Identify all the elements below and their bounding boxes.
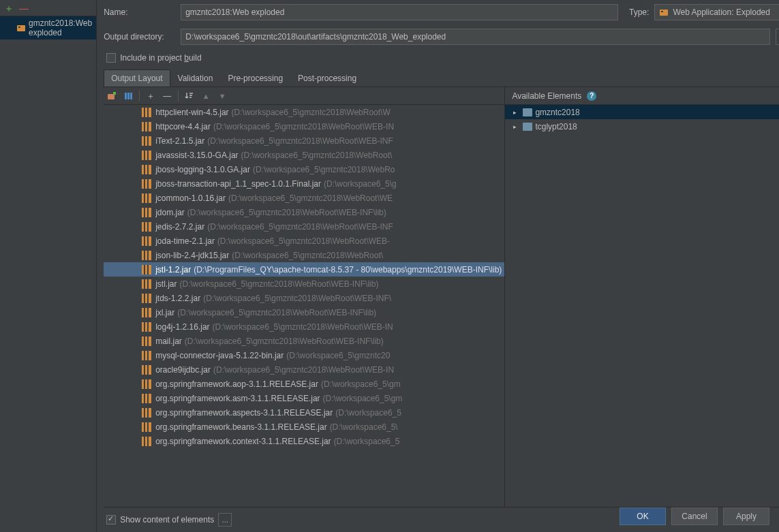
add-artifact-icon[interactable]: ＋ xyxy=(4,3,14,13)
artifact-web-icon xyxy=(659,7,669,17)
jar-name: org.springframework.aop-3.1.1.RELEASE.ja… xyxy=(155,379,318,389)
jar-icon xyxy=(142,179,151,189)
jar-item[interactable]: json-lib-2.4-jdk15.jar(D:\workspace6_5\g… xyxy=(104,248,504,262)
jar-item[interactable]: joda-time-2.1.jar(D:\workspace6_5\gmzntc… xyxy=(104,234,504,248)
jar-name: jcommon-1.0.16.jar xyxy=(155,193,226,203)
jar-item[interactable]: jstl.jar(D:\workspace6_5\gmzntc2018\WebR… xyxy=(104,277,504,291)
jar-item[interactable]: org.springframework.asm-3.1.1.RELEASE.ja… xyxy=(104,391,504,405)
name-input[interactable] xyxy=(181,4,618,20)
expand-icon[interactable]: ▸ xyxy=(513,109,520,116)
jar-name: jtds-1.2.2.jar xyxy=(155,294,200,303)
svg-rect-3 xyxy=(661,11,663,12)
jar-path: (D:\workspace6_5\gmzntc2018\WebRoot\WEB-… xyxy=(203,294,391,303)
artifact-item[interactable]: gmzntc2018:Web exploded xyxy=(0,16,96,40)
jar-item[interactable]: jedis-2.7.2.jar(D:\workspace6_5\gmzntc20… xyxy=(104,219,504,234)
jar-icon xyxy=(142,136,151,146)
jar-name: javassist-3.15.0-GA.jar xyxy=(155,151,238,160)
jar-name: httpcore-4.4.jar xyxy=(155,122,211,131)
remove-artifact-icon[interactable]: — xyxy=(19,3,29,13)
artifact-web-icon xyxy=(16,23,26,33)
jar-item[interactable]: javassist-3.15.0-GA.jar(D:\workspace6_5\… xyxy=(104,148,504,162)
show-content-options-button[interactable]: … xyxy=(218,513,232,527)
output-dir-input[interactable] xyxy=(181,29,770,45)
jar-item[interactable]: httpcore-4.4.jar(D:\workspace6_5\gmzntc2… xyxy=(104,119,504,134)
jar-path: (D:\workspace6_5\g xyxy=(324,179,397,189)
jar-name: jstl.jar xyxy=(155,279,177,289)
jar-item[interactable]: jboss-logging-3.1.0.GA.jar(D:\workspace6… xyxy=(104,162,504,176)
tab-output-layout[interactable]: Output Layout xyxy=(104,69,170,87)
jar-item[interactable]: org.springframework.aop-3.1.1.RELEASE.ja… xyxy=(104,377,504,391)
jar-item[interactable]: mysql-connector-java-5.1.22-bin.jar(D:\w… xyxy=(104,348,504,362)
svg-rect-7 xyxy=(127,93,129,99)
jar-path: (D:\workspace6_5\ xyxy=(330,422,398,432)
jar-path: (D:\workspace6_5\gmzntc2018\WebRoot\WEB-… xyxy=(213,122,394,131)
tab-postprocessing[interactable]: Post-processing xyxy=(290,69,364,87)
show-content-label: Show content of elements xyxy=(120,515,214,525)
tab-validation[interactable]: Validation xyxy=(170,69,221,87)
new-folder-icon[interactable] xyxy=(106,91,117,101)
jar-item[interactable]: org.springframework.beans-3.1.1.RELEASE.… xyxy=(104,420,504,434)
jar-name: org.springframework.aspects-3.1.1.RELEAS… xyxy=(155,408,333,418)
jar-item[interactable]: jxl.jar(D:\workspace6_5\gmzntc2018\WebRo… xyxy=(104,305,504,319)
sort-icon[interactable] xyxy=(184,91,195,101)
type-dropdown[interactable]: Web Application: Exploded ▼ xyxy=(654,4,779,20)
jar-item[interactable]: iText-2.1.5.jar(D:\workspace6_5\gmzntc20… xyxy=(104,134,504,148)
jar-icon xyxy=(142,437,151,446)
show-content-checkbox[interactable] xyxy=(106,515,116,525)
jar-name: jxl.jar xyxy=(155,308,174,317)
jar-item[interactable]: httpclient-win-4.5.jar(D:\workspace6_5\g… xyxy=(104,105,504,119)
include-build-checkbox[interactable] xyxy=(106,53,116,63)
jar-item[interactable]: org.springframework.context-3.1.1.RELEAS… xyxy=(104,434,504,448)
jar-icon xyxy=(142,408,151,418)
browse-button[interactable]: … xyxy=(776,29,779,45)
cancel-button[interactable]: Cancel xyxy=(671,507,718,525)
type-label: Type: xyxy=(624,7,649,17)
apply-button[interactable]: Apply xyxy=(723,507,769,525)
expand-icon[interactable]: ▸ xyxy=(513,123,520,130)
jar-name: jstl-1.2.jar xyxy=(155,265,191,275)
jar-path: (D:\workspace6_5\gmzntc2018\WebRoot\WEB-… xyxy=(207,136,393,146)
jar-icon xyxy=(142,394,151,403)
jar-item[interactable]: log4j-1.2.16.jar(D:\workspace6_5\gmzntc2… xyxy=(104,319,504,334)
jar-item[interactable]: oracle9ijdbc.jar(D:\workspace6_5\gmzntc2… xyxy=(104,362,504,377)
jar-item[interactable]: mail.jar(D:\workspace6_5\gmzntc2018\WebR… xyxy=(104,334,504,348)
available-module-item[interactable]: ▸ gmzntc2018 xyxy=(505,105,779,119)
jar-path: (D:\workspace6_5\gmzntc2018\WebRoot\ xyxy=(241,151,393,160)
svg-rect-4 xyxy=(108,94,114,99)
jar-icon xyxy=(142,251,151,260)
move-down-icon[interactable]: ▼ xyxy=(217,91,228,101)
jar-item[interactable]: org.springframework.aspects-3.1.1.RELEAS… xyxy=(104,405,504,420)
new-dir-icon[interactable] xyxy=(123,91,134,101)
jar-icon xyxy=(142,222,151,232)
available-module-item[interactable]: ▸ tcglypt2018 xyxy=(505,119,779,134)
add-item-icon[interactable]: ＋ xyxy=(145,91,156,101)
svg-rect-5 xyxy=(113,92,116,95)
jar-path: (D:\workspace6_5\gmzntc2018\WebRoot\WEB-… xyxy=(185,337,384,346)
jar-tree[interactable]: httpclient-win-4.5.jar(D:\workspace6_5\g… xyxy=(104,105,504,507)
tab-preprocessing[interactable]: Pre-processing xyxy=(220,69,290,87)
jar-icon xyxy=(142,236,151,246)
artifact-toolbar: ＋ — xyxy=(0,0,96,16)
help-icon[interactable]: ? xyxy=(587,91,596,101)
ok-button[interactable]: OK xyxy=(620,507,666,525)
jar-item[interactable]: jdom.jar(D:\workspace6_5\gmzntc2018\WebR… xyxy=(104,205,504,219)
jar-item[interactable]: jstl-1.2.jar(D:\ProgramFiles_QY\apache-t… xyxy=(104,262,504,277)
jar-path: (D:\workspace6_5\gmzntc2018\WebRoot\W xyxy=(232,108,391,117)
jar-icon xyxy=(142,337,151,346)
jar-icon xyxy=(142,294,151,303)
module-label: tcglypt2018 xyxy=(535,122,577,131)
jar-item[interactable]: jcommon-1.0.16.jar(D:\workspace6_5\gmznt… xyxy=(104,191,504,205)
jar-path: (D:\workspace6_5\gm xyxy=(321,379,401,389)
move-up-icon[interactable]: ▲ xyxy=(200,91,211,101)
jar-item[interactable]: jboss-transaction-api_1.1_spec-1.0.1.Fin… xyxy=(104,176,504,191)
jar-item[interactable]: jtds-1.2.2.jar(D:\workspace6_5\gmzntc201… xyxy=(104,291,504,305)
remove-item-icon[interactable]: — xyxy=(162,91,172,101)
jar-icon xyxy=(142,279,151,289)
jar-icon xyxy=(142,379,151,389)
jar-path: (D:\workspace6_5\gmzntc2018\WebRoot\WEB-… xyxy=(177,308,376,317)
jar-path: (D:\workspace6_5\gmzntc2018\WebRoot\ xyxy=(232,251,383,260)
jar-name: org.springframework.context-3.1.1.RELEAS… xyxy=(155,437,331,446)
jar-name: jdom.jar xyxy=(155,208,185,217)
available-elements-list[interactable]: ▸ gmzntc2018 ▸ tcglypt2018 xyxy=(505,105,779,507)
jar-path: (D:\workspace6_5 xyxy=(335,408,401,418)
